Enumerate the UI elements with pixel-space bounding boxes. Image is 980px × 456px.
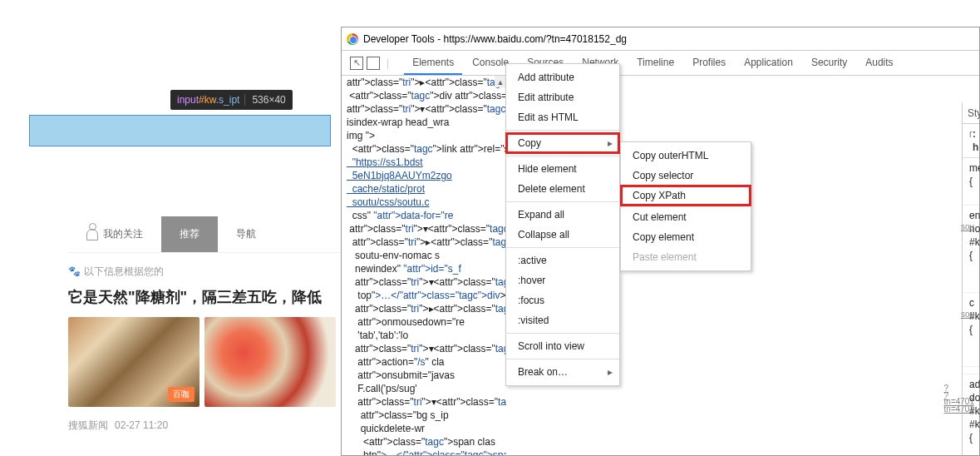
tab-label: 推荐 bbox=[180, 227, 199, 241]
styles-panel: Styles Computed Event Listeners DOM Brea… bbox=[962, 102, 979, 455]
elements-row[interactable]: quickdelete-wr bbox=[347, 422, 506, 435]
article-headline[interactable]: 它是天然"降糖剂"，隔三差五吃，降低 bbox=[68, 287, 341, 307]
elements-row[interactable]: attr">class="tri">▸<attr">class="tagc">d… bbox=[347, 235, 506, 249]
scroll-up-icon[interactable]: ▲ bbox=[495, 76, 506, 87]
elements-row[interactable]: btn">…</"attr">class="tagc">spa bbox=[347, 449, 506, 455]
devtools-titlebar: Developer Tools - https://www.baidu.com/… bbox=[342, 27, 979, 51]
elements-row[interactable]: attr">class="tri">▾<attr">class="tagc">s… bbox=[347, 395, 506, 409]
elements-row[interactable]: "https://ss1.bdst bbox=[347, 156, 506, 169]
elements-row[interactable]: attr">class="tri">▾<attr">class="tagc">d… bbox=[347, 102, 506, 116]
elements-row[interactable]: cache/static/prot bbox=[347, 182, 506, 196]
feed-tabs: 我的关注 推荐 导航 bbox=[68, 216, 341, 253]
elements-row[interactable]: attr">class="tri">▾<attr">class="tagc">f… bbox=[347, 342, 506, 355]
elements-row[interactable]: <attr">class="tagc">div attr">class="cle… bbox=[347, 89, 506, 102]
style-source-link[interactable]: sou bbox=[961, 308, 974, 321]
article-thumbnails: 百咖 bbox=[68, 317, 341, 407]
ctx-edit-as-html[interactable]: Edit as HTML bbox=[506, 107, 619, 127]
ctx-visited[interactable]: :visited bbox=[506, 310, 619, 330]
elements-row[interactable]: <attr">class="tagc">span clas bbox=[347, 435, 506, 449]
style-source-link[interactable]: sou bbox=[961, 221, 974, 234]
ctx-collapse-all[interactable]: Collapse all bbox=[506, 225, 619, 245]
elements-row[interactable]: top">…</"attr">class="tagc">div> bbox=[347, 289, 506, 302]
tab-label: 我的关注 bbox=[103, 227, 143, 241]
elements-row[interactable]: newindex" "attr">id="s_f bbox=[347, 262, 506, 275]
copy-submenu: Copy outerHTML Copy selector Copy XPath … bbox=[620, 141, 751, 271]
elements-row[interactable]: soutu/css/soutu.c bbox=[347, 196, 506, 209]
ctx-edit-attribute[interactable]: Edit attribute bbox=[506, 87, 619, 107]
ctx-hide-element[interactable]: Hide element bbox=[506, 159, 619, 179]
tab-timeline[interactable]: Timeline bbox=[628, 52, 682, 75]
thumbnail-badge: 百咖 bbox=[168, 387, 195, 402]
ctx-hover[interactable]: :hover bbox=[506, 270, 619, 290]
elements-row[interactable]: attr">onsubmit="javas bbox=[347, 369, 506, 382]
device-toggle-icon[interactable] bbox=[367, 57, 380, 70]
elements-row[interactable]: attr">class="tri">▾<attr">class="tagc">d… bbox=[347, 222, 506, 235]
element-tooltip: input#kw.s_ipt536×40 bbox=[170, 90, 293, 110]
ctx-expand-all[interactable]: Expand all bbox=[506, 205, 619, 225]
ctx-active[interactable]: :active bbox=[506, 250, 619, 270]
tab-my-follows[interactable]: 我的关注 bbox=[68, 216, 161, 252]
person-icon bbox=[86, 229, 98, 240]
elements-row[interactable]: attr">onmousedown="re bbox=[347, 315, 506, 329]
elements-row[interactable]: soutu-env-nomac s bbox=[347, 249, 506, 262]
elements-row[interactable]: attr">class="bg s_ip bbox=[347, 409, 506, 422]
context-menu: Add attribute Edit attribute Edit as HTM… bbox=[505, 63, 620, 386]
thumbnail[interactable]: 百咖 bbox=[68, 317, 199, 407]
elements-row[interactable]: attr">action="/s" cla bbox=[347, 355, 506, 369]
tab-audits[interactable]: Audits bbox=[857, 52, 901, 75]
elements-row[interactable]: attr">class="tri">▸<attr">class="tagc">s… bbox=[347, 76, 506, 89]
style-rule[interactable]: souc #kw {ortant;} bbox=[963, 293, 979, 367]
elements-row[interactable]: F.call('ps/sug' bbox=[347, 382, 506, 395]
tab-security[interactable]: Security bbox=[803, 52, 855, 75]
ctx-break-on[interactable]: Break on… bbox=[506, 362, 619, 382]
elements-row[interactable]: css" "attr">data-for="re bbox=[347, 209, 506, 222]
sub-copy-xpath[interactable]: Copy XPath bbox=[621, 186, 751, 206]
style-rule[interactable]: souenv-nomac #kw {ortant;} bbox=[963, 206, 979, 293]
sub-copy-element[interactable]: Copy element bbox=[621, 227, 751, 247]
inspected-element-highlight[interactable] bbox=[29, 115, 331, 146]
elements-row[interactable]: 5eN1bjq8AAUYm2zgo bbox=[347, 169, 506, 182]
style-rule[interactable]: ?tn=4701ad_wrapper.s-down #kw, #kw {idth… bbox=[963, 374, 979, 456]
devtools-toolbar: | Elements Console Sources Network Timel… bbox=[342, 51, 979, 76]
ctx-delete-element[interactable]: Delete element bbox=[506, 179, 619, 199]
chrome-icon bbox=[347, 33, 358, 45]
styles-tabs: Styles Computed Event Listeners DOM Brea… bbox=[963, 102, 979, 124]
elements-row[interactable]: <attr">class="tagc">link attr">rel="styl… bbox=[347, 142, 506, 156]
elements-row[interactable]: isindex-wrap head_wra bbox=[347, 116, 506, 129]
sub-cut-element[interactable]: Cut element bbox=[621, 207, 751, 227]
elements-panel[interactable]: ▲ attr">class="tri">▸<attr">class="tagc"… bbox=[342, 76, 506, 455]
elements-row[interactable]: attr">class="tri">▸<attr">class="tagc">a… bbox=[347, 302, 506, 315]
elements-row[interactable]: img "> bbox=[347, 129, 506, 142]
tab-styles[interactable]: Styles bbox=[966, 103, 980, 123]
article-source: 搜狐新闻02-27 11:20 bbox=[68, 419, 341, 433]
sub-paste-element[interactable]: Paste element bbox=[621, 247, 751, 267]
elements-row[interactable]: 'tab','tab':'lo bbox=[347, 329, 506, 342]
sub-copy-selector[interactable]: Copy selector bbox=[621, 166, 751, 186]
tab-profiles[interactable]: Profiles bbox=[684, 52, 734, 75]
paw-icon: 🐾 bbox=[68, 265, 81, 277]
inspect-icon[interactable] bbox=[350, 57, 363, 70]
window-title: Developer Tools - https://www.baidu.com/… bbox=[363, 33, 627, 45]
style-rule[interactable]: ment.style {} bbox=[963, 158, 979, 206]
elements-row[interactable]: attr">class="tri">▾<attr">class="tagc">d… bbox=[347, 275, 506, 289]
style-source-link[interactable]: ?tn=4701 bbox=[944, 389, 974, 416]
style-rule[interactable]: ?tn=4701 bbox=[963, 367, 979, 374]
tab-elements[interactable]: Elements bbox=[404, 52, 462, 75]
tab-navigation[interactable]: 导航 bbox=[218, 216, 274, 252]
styles-filter[interactable]: r: h bbox=[963, 124, 979, 158]
ctx-add-attribute[interactable]: Add attribute bbox=[506, 67, 619, 87]
tab-recommend[interactable]: 推荐 bbox=[161, 216, 218, 252]
thumbnail[interactable] bbox=[204, 317, 336, 407]
ctx-copy[interactable]: Copy bbox=[506, 133, 619, 153]
ctx-scroll-into-view[interactable]: Scroll into view bbox=[506, 336, 619, 356]
tab-application[interactable]: Application bbox=[736, 52, 801, 75]
ctx-focus[interactable]: :focus bbox=[506, 290, 619, 310]
sub-copy-outerhtml[interactable]: Copy outerHTML bbox=[621, 146, 751, 166]
feed-subtext: 🐾以下信息根据您的 bbox=[68, 265, 341, 279]
tab-label: 导航 bbox=[236, 227, 256, 241]
